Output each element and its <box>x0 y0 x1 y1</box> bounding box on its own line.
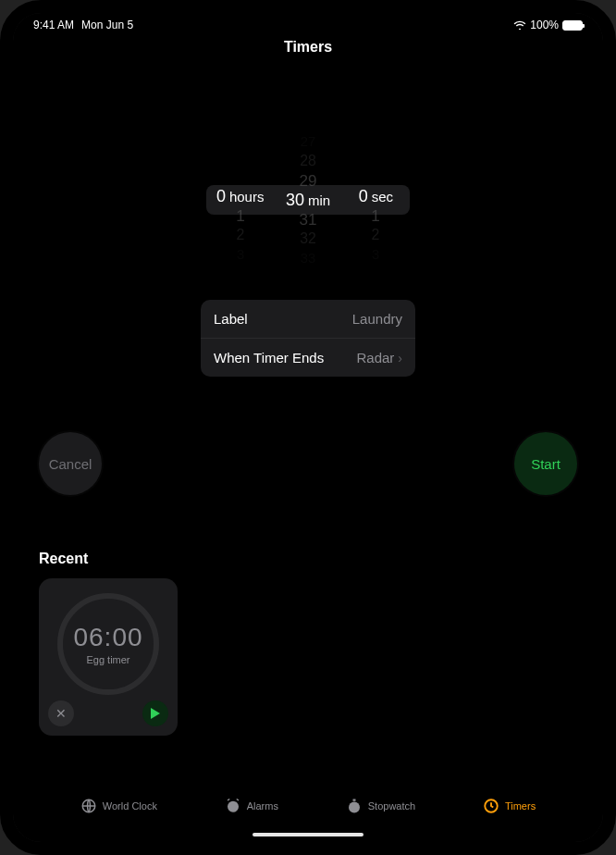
recent-timer-tile[interactable]: 06:00 Egg timer ✕ <box>39 578 178 736</box>
cancel-button[interactable]: Cancel <box>39 432 102 495</box>
tab-alarms[interactable]: Alarms <box>225 798 278 814</box>
page-title: Timers <box>13 39 603 56</box>
wifi-icon <box>513 20 526 30</box>
status-date: Mon Jun 5 <box>81 19 133 31</box>
hours-wheel[interactable]: 0hours 1 2 3 <box>208 135 273 265</box>
battery-percent: 100% <box>530 19 559 31</box>
status-time: 9:41 AM <box>33 19 74 31</box>
label-value: Laundry <box>352 311 402 327</box>
ends-value: Radar <box>356 350 394 366</box>
close-icon: ✕ <box>55 706 67 721</box>
globe-icon <box>80 798 97 814</box>
tab-world-clock[interactable]: World Clock <box>80 798 157 814</box>
when-ends-row[interactable]: When Timer Ends Radar › <box>201 338 415 377</box>
svg-rect-3 <box>352 799 355 801</box>
screen: 9:41 AM Mon Jun 5 100% ••• Timers 0hours… <box>13 13 603 842</box>
stopwatch-icon <box>346 798 363 814</box>
seconds-wheel[interactable]: 0sec 1 2 3 <box>343 135 408 265</box>
battery-icon <box>562 20 583 31</box>
timer-icon <box>483 798 499 814</box>
timer-settings: Label Laundry When Timer Ends Radar › <box>201 300 415 377</box>
svg-point-1 <box>228 801 239 812</box>
ipad-frame: 9:41 AM Mon Jun 5 100% ••• Timers 0hours… <box>0 0 616 855</box>
label-row[interactable]: Label Laundry <box>201 300 415 338</box>
duration-picker[interactable]: 0hours 1 2 3 27 28 29 30min 31 32 33 <box>206 135 410 265</box>
minutes-wheel[interactable]: 27 28 29 30min 31 32 33 <box>276 135 340 265</box>
status-bar: 9:41 AM Mon Jun 5 100% <box>13 13 603 31</box>
recent-time: 06:00 <box>73 623 142 652</box>
remove-recent-button[interactable]: ✕ <box>48 700 74 726</box>
tab-timers[interactable]: Timers <box>483 798 536 814</box>
play-icon <box>151 708 160 719</box>
home-indicator[interactable] <box>253 833 363 836</box>
recent-label: Egg timer <box>86 654 129 665</box>
tab-stopwatch[interactable]: Stopwatch <box>346 798 415 814</box>
label-key: Label <box>214 311 248 327</box>
ends-key: When Timer Ends <box>214 350 324 366</box>
play-recent-button[interactable] <box>142 700 168 726</box>
recent-header: Recent <box>39 551 577 567</box>
chevron-right-icon: › <box>398 351 402 366</box>
svg-point-2 <box>349 802 360 813</box>
timer-dial: 06:00 Egg timer <box>57 593 159 695</box>
start-button[interactable]: Start <box>514 432 577 495</box>
alarm-icon <box>225 798 241 814</box>
